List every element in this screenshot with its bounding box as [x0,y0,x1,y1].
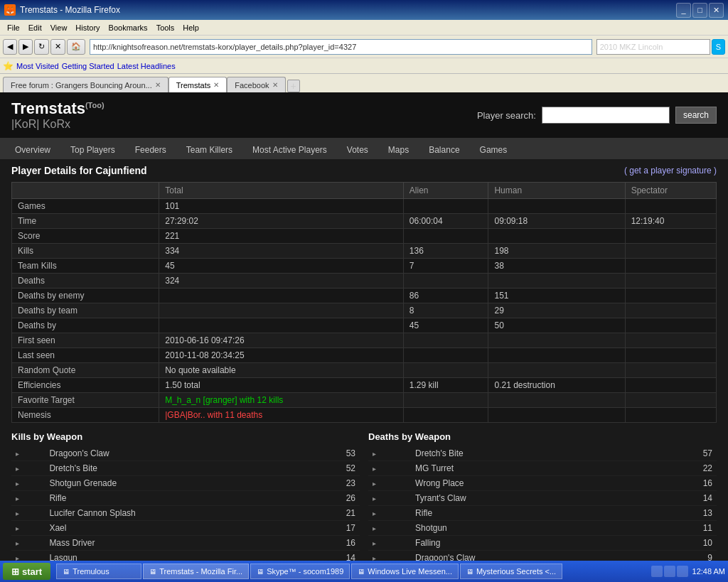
tabs-bar: Free forum : Grangers Bouncing Aroun... … [0,74,728,92]
kills-weapon-row: ▸ Dragoon's Claw 53 [11,446,360,461]
weapon-count: 53 [309,446,360,461]
table-row: Games 101 [12,199,717,214]
tab-balance[interactable]: Balance [419,141,469,159]
table-row: Last seen 2010-11-08 20:34:25 [12,348,717,363]
menu-view[interactable]: View [46,22,72,33]
weapon-name: Lucifer Cannon Splash [45,506,309,521]
bookmark-getting-started[interactable]: Getting Started [62,62,114,70]
weapon-count: 16 [653,476,717,491]
menu-edit[interactable]: Edit [24,22,46,33]
skype-button[interactable]: S [712,39,725,55]
maximize-button[interactable]: □ [692,3,707,18]
nav-bar: ◀ ▶ ↻ ✕ 🏠 http://knightsofreason.net/tre… [0,36,728,58]
col-header-alien: Alien [403,183,488,199]
tab-maps[interactable]: Maps [379,141,418,159]
taskbar-item[interactable]: 🖥Windows Live Messen... [351,564,459,579]
minimize-button[interactable]: _ [676,3,691,18]
clock: 12:48 AM [692,567,725,576]
new-tab-button[interactable]: + [287,80,300,92]
windows-logo: ⊞ [11,566,19,577]
player-details-header: Player Details for Cajunfiend ( get a pl… [11,165,717,176]
row-spectator [625,229,716,244]
col-header-total: Total [159,183,404,199]
weapon-name: Dragoon's Claw [45,446,309,461]
row-total: 221 [159,229,404,244]
weapon-icon-cell: ▸ [368,476,411,491]
weapon-name: Tyrant's Claw [411,491,653,506]
weapon-icon-cell: ▸ [11,536,45,551]
bookmark-most-visited[interactable]: Most Visited [16,62,59,70]
player-search-area: Player search: search [477,107,717,124]
tab-facebook-close[interactable]: ✕ [272,81,278,89]
bookmarks-icon: ⭐ [3,61,14,71]
title-bar-left: 🦊 Tremstats - Mozilla Firefox [4,4,120,16]
menu-bookmarks[interactable]: Bookmarks [105,22,152,33]
menu-tools[interactable]: Tools [152,22,179,33]
row-label: Random Quote [12,363,159,378]
tab-facebook[interactable]: Facebook ✕ [227,77,285,92]
weapon-name: Dretch's Bite [411,446,653,461]
weapon-name: Falling [411,536,653,551]
menu-history[interactable]: History [71,22,104,33]
taskbar-item[interactable]: 🖥Tremstats - Mozilla Fir... [143,564,249,579]
address-bar[interactable]: http://knightsofreason.net/tremstats-kor… [90,39,592,55]
taskbar-item[interactable]: 🖥Mysterious Secrets <... [460,564,562,579]
table-row: Nemesis |GBA|Bor.. with 11 deaths [12,408,717,423]
reload-button[interactable]: ↻ [34,39,49,55]
tab-tremstats[interactable]: Tremstats ✕ [168,77,228,92]
stop-button[interactable]: ✕ [50,39,65,55]
weapon-icon-cell: ▸ [368,536,411,551]
tab-games[interactable]: Games [471,141,517,159]
title-bar: 🦊 Tremstats - Mozilla Firefox _ □ ✕ [0,0,728,20]
tab-feeders[interactable]: Feeders [126,141,176,159]
start-button[interactable]: ⊞ start [3,563,50,580]
tab-team-killers[interactable]: Team Killers [177,141,242,159]
row-label: Time [12,214,159,229]
tab-forum-close[interactable]: ✕ [155,81,161,89]
tab-votes[interactable]: Votes [338,141,378,159]
search-button[interactable]: search [675,107,717,124]
deaths-weapon-row: ▸ Shotgun 11 [368,521,717,536]
browser-search-box[interactable]: 2010 MKZ Lincoln [596,39,710,55]
row-spectator [625,333,716,348]
weapon-icon-cell: ▸ [11,446,45,461]
menu-help[interactable]: Help [178,22,203,33]
player-search-input[interactable] [542,107,670,124]
back-button[interactable]: ◀ [3,39,17,55]
tab-forum[interactable]: Free forum : Grangers Bouncing Aroun... … [3,77,168,92]
weapon-name: Shotgun Grenade [45,476,309,491]
home-button[interactable]: 🏠 [67,39,85,55]
forward-button[interactable]: ▶ [18,39,33,55]
weapon-icon-cell: ▸ [11,491,45,506]
row-human [488,363,625,378]
taskbar-item[interactable]: 🖥Tremulous [56,564,141,579]
row-alien [403,274,488,289]
menu-file[interactable]: File [3,22,24,33]
col-header-human: Human [488,183,625,199]
weapon-name: Xael [45,521,309,536]
row-total: 101 [159,199,404,214]
tab-tremstats-close[interactable]: ✕ [213,81,219,89]
row-alien: 136 [403,244,488,259]
table-row: Deaths by 45 50 [12,318,717,333]
tab-most-active[interactable]: Most Active Players [243,141,336,159]
stats-table: Total Alien Human Spectator Games 101 Ti… [11,182,717,423]
row-alien: 45 [403,318,488,333]
tab-top-players[interactable]: Top Players [61,141,124,159]
weapon-name: Shotgun [411,521,653,536]
content-area: Player Details for Cajunfiend ( get a pl… [0,159,728,582]
row-alien: 86 [403,289,488,303]
row-spectator [625,259,716,274]
taskbar-item[interactable]: 🖥Skype™ - socom1989 [250,564,350,579]
bookmark-latest-headlines[interactable]: Latest Headlines [117,62,176,70]
row-human [488,393,625,408]
weapon-name: Mass Driver [45,536,309,551]
window-controls[interactable]: _ □ ✕ [676,3,724,18]
close-button[interactable]: ✕ [709,3,724,18]
kills-weapon-row: ▸ Dretch's Bite 52 [11,461,360,476]
signature-link[interactable]: ( get a player signature ) [624,166,717,176]
row-total: |GBA|Bor.. with 11 deaths [159,408,404,423]
row-label: Efficiencies [12,378,159,393]
tab-overview[interactable]: Overview [6,141,60,159]
tab-tremstats-label: Tremstats [176,81,211,90]
